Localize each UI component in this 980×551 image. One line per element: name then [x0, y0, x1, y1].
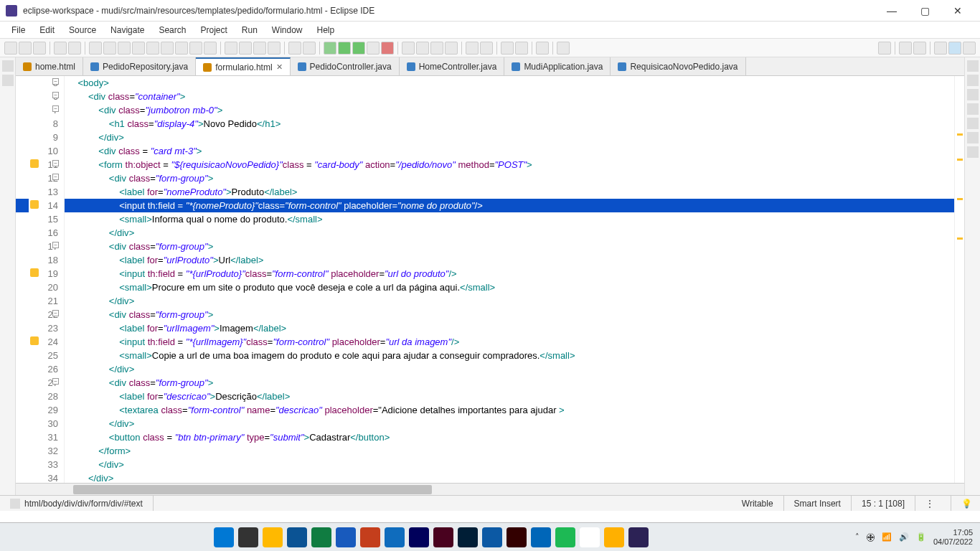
stop-icon[interactable]: [118, 42, 131, 55]
menu-window[interactable]: Window: [266, 23, 308, 37]
excel-icon[interactable]: [311, 527, 331, 547]
tool-icon[interactable]: [253, 42, 266, 55]
minimize-button[interactable]: —: [875, 0, 908, 22]
perspective-icon[interactable]: [934, 42, 947, 55]
powerpoint-icon[interactable]: [360, 527, 380, 547]
tab-PedidoRepository-java[interactable]: PedidoRepository.java: [83, 57, 196, 75]
tip-icon[interactable]: 💡: [961, 499, 972, 509]
tool-icon[interactable]: [466, 42, 479, 55]
edge-icon[interactable]: [482, 527, 502, 547]
code-line-30[interactable]: </div>: [65, 417, 954, 430]
menu-edit[interactable]: Edit: [34, 23, 60, 37]
run-icon[interactable]: [338, 42, 351, 55]
code-line-7[interactable]: <div class="jumbotron mb-0">: [65, 103, 954, 117]
tool-icon[interactable]: [303, 42, 316, 55]
menu-file[interactable]: File: [6, 23, 31, 37]
tool-icon[interactable]: [189, 42, 202, 55]
tool-icon[interactable]: [68, 42, 81, 55]
code-line-25[interactable]: <small>Copie a url de uma boa imagem do …: [65, 349, 954, 362]
code-line-21[interactable]: </div>: [65, 294, 954, 308]
tool-icon[interactable]: [445, 42, 458, 55]
code-line-12[interactable]: <div class="form-group">: [65, 171, 954, 185]
tool-icon[interactable]: [899, 42, 912, 55]
code-line-31[interactable]: <button class = "btn btn-primary" type="…: [65, 430, 954, 444]
tool-icon[interactable]: [913, 42, 926, 55]
tab-MudiApplication-java[interactable]: MudiApplication.java: [504, 57, 611, 75]
debug-perspective-icon[interactable]: [963, 42, 976, 55]
tool-icon[interactable]: [204, 42, 217, 55]
step-return-icon[interactable]: [175, 42, 188, 55]
code-line-10[interactable]: <div class = "card mt-3">: [65, 144, 954, 158]
debug-icon[interactable]: [324, 42, 336, 55]
indesign-icon[interactable]: [433, 527, 453, 547]
restore-view-icon[interactable]: [967, 75, 979, 86]
tool-icon[interactable]: [268, 42, 281, 55]
code-line-33[interactable]: </div>: [65, 458, 954, 471]
pause-icon[interactable]: [103, 42, 116, 55]
tool-icon[interactable]: [367, 42, 380, 55]
close-button[interactable]: ✕: [941, 0, 974, 22]
code-line-18[interactable]: <label for="urlProduto">Url</label>: [65, 253, 954, 267]
code-line-8[interactable]: <h1 class="display-4">Novo Pedido</h1>: [65, 117, 954, 131]
code-line-5[interactable]: <body>: [65, 76, 954, 90]
tab-formulario-html[interactable]: formulario.html✕: [196, 57, 290, 75]
tool-icon[interactable]: [239, 42, 252, 55]
code-line-26[interactable]: </div>: [65, 362, 954, 376]
editor-content[interactable]: <body> <div class="container"> <div clas…: [65, 76, 954, 483]
code-line-11[interactable]: <form th:object = "${requisicaoNovoPedid…: [65, 158, 954, 171]
battery-icon[interactable]: 🔋: [916, 532, 926, 542]
illustrator-icon[interactable]: [507, 527, 527, 547]
menu-navigate[interactable]: Navigate: [105, 23, 150, 37]
code-editor[interactable]: 5−6−7−891011−12−1314151617−1819202122−23…: [16, 76, 964, 483]
step-into-icon[interactable]: [146, 42, 159, 55]
chrome-icon[interactable]: [580, 527, 600, 547]
maximize-button[interactable]: ▢: [908, 0, 941, 22]
menu-search[interactable]: Search: [153, 23, 192, 37]
menu-help[interactable]: Help: [311, 23, 341, 37]
language-indicator[interactable]: 🕀: [867, 533, 875, 542]
step-over-icon[interactable]: [161, 42, 174, 55]
code-line-9[interactable]: </div>: [65, 131, 954, 144]
menu-source[interactable]: Source: [63, 23, 102, 37]
wifi-icon[interactable]: 📶: [882, 532, 892, 542]
save-all-icon[interactable]: [33, 42, 46, 55]
spotify-icon[interactable]: [555, 527, 575, 547]
tool-icon[interactable]: [480, 42, 493, 55]
skip-icon[interactable]: [89, 42, 102, 55]
heidisql-icon[interactable]: [604, 527, 624, 547]
system-tray[interactable]: ˄ 🕀 📶 🔊 🔋 17:05 04/07/2022: [855, 528, 973, 547]
volume-icon[interactable]: 🔊: [899, 532, 909, 542]
code-line-19[interactable]: <input th:field = "*{urlProduto}"class="…: [65, 267, 954, 281]
code-line-24[interactable]: <input th:field = "*{urlImagem}"class="f…: [65, 335, 954, 349]
back-icon[interactable]: [501, 42, 514, 55]
store-icon[interactable]: [287, 527, 307, 547]
tab-PedidoController-java[interactable]: PedidoController.java: [291, 57, 400, 75]
code-line-17[interactable]: <div class="form-group">: [65, 240, 954, 253]
word-icon[interactable]: [336, 527, 356, 547]
restore-view-icon[interactable]: [967, 103, 979, 115]
restore-view-icon[interactable]: [967, 118, 979, 129]
menu-project[interactable]: Project: [194, 23, 232, 37]
tab-RequisicaoNovoPedido-java[interactable]: RequisicaoNovoPedido.java: [611, 57, 745, 75]
tab-HomeController-java[interactable]: HomeController.java: [400, 57, 505, 75]
chevron-up-icon[interactable]: ˄: [855, 532, 859, 542]
clock[interactable]: 17:05 04/07/2022: [933, 528, 973, 547]
outlook-icon[interactable]: [385, 527, 405, 547]
horizontal-scrollbar[interactable]: [16, 483, 964, 495]
search-icon[interactable]: [878, 42, 891, 55]
code-line-13[interactable]: <label for="nomeProduto">Produto</label>: [65, 185, 954, 199]
restore-view-icon[interactable]: [967, 132, 979, 143]
restore-view-icon[interactable]: [967, 60, 979, 72]
forward-icon[interactable]: [515, 42, 528, 55]
windows-start-icon[interactable]: [214, 527, 234, 547]
file-explorer-icon[interactable]: [263, 527, 283, 547]
new-icon[interactable]: [4, 42, 17, 55]
java-perspective-icon[interactable]: [948, 42, 961, 55]
eclipse-icon[interactable]: [628, 527, 649, 547]
code-line-22[interactable]: <div class="form-group">: [65, 308, 954, 321]
restore-view-icon[interactable]: [967, 146, 979, 158]
code-line-14[interactable]: <input th:field = "*{nomeProduto}"class=…: [65, 199, 954, 212]
disconnect-icon[interactable]: [132, 42, 145, 55]
tool-icon[interactable]: [430, 42, 443, 55]
status-icon[interactable]: ⋮: [925, 499, 934, 509]
